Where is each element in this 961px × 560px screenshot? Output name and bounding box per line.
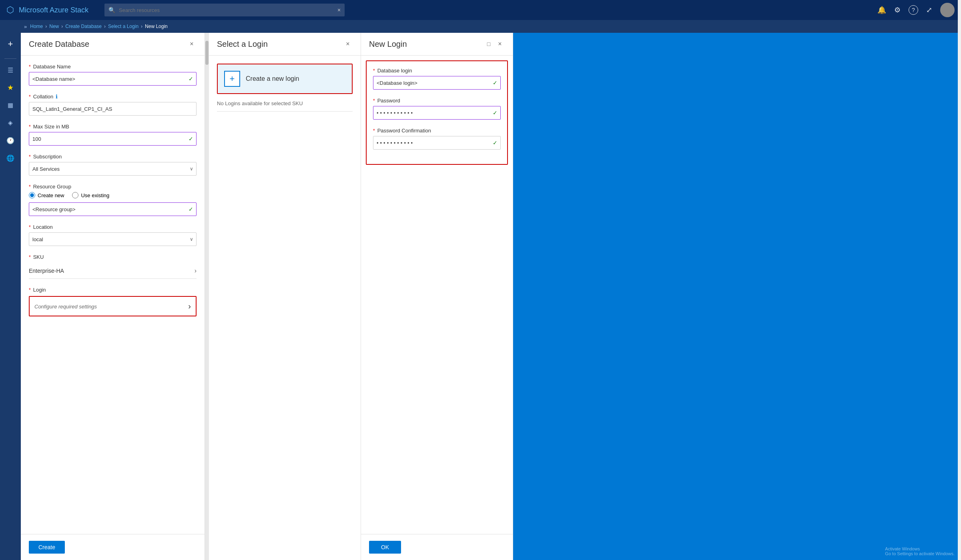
- radio-use-existing-input[interactable]: [72, 192, 78, 198]
- create-new-login-card[interactable]: + Create a new login: [217, 64, 353, 94]
- db-login-input[interactable]: [373, 76, 501, 90]
- database-name-label: * Database Name: [29, 64, 197, 70]
- help-icon[interactable]: ?: [909, 5, 918, 15]
- gear-icon[interactable]: ⚙: [894, 6, 901, 14]
- breadcrumb-new-login: New Login: [145, 24, 168, 29]
- create-database-footer: Create: [21, 534, 205, 560]
- password-check-icon: ✓: [493, 110, 498, 116]
- database-name-group: * Database Name ✓: [29, 64, 197, 86]
- subscription-select[interactable]: All Services: [29, 162, 197, 176]
- resource-group-radio-group: Create new Use existing: [29, 192, 197, 198]
- main-layout: + ☰ ★ ▦ ◈ 🕐 🌐 Create Database × *: [0, 33, 961, 560]
- sidebar-resources-icon[interactable]: ◈: [2, 115, 18, 131]
- password-confirm-label: * Password Confirmation: [373, 128, 501, 134]
- select-login-close-button[interactable]: ×: [343, 39, 353, 49]
- location-select[interactable]: local: [29, 232, 197, 246]
- collation-label: * Collation ℹ: [29, 94, 197, 100]
- feedback-icon[interactable]: ⤢: [926, 6, 932, 14]
- max-size-required: *: [29, 124, 31, 130]
- radio-create-new-input[interactable]: [29, 192, 35, 198]
- radio-create-new[interactable]: Create new: [29, 192, 64, 198]
- new-login-footer: OK: [361, 534, 513, 560]
- search-input[interactable]: [104, 4, 345, 16]
- max-size-input-wrapper: ✓: [29, 132, 197, 146]
- user-avatar[interactable]: [940, 3, 955, 17]
- max-size-group: * Max Size in MB ✓: [29, 124, 197, 146]
- login-required: *: [29, 287, 31, 293]
- rg-required: *: [29, 184, 31, 190]
- sidebar-dashboard-icon[interactable]: ▦: [2, 97, 18, 113]
- subscription-required: *: [29, 154, 31, 160]
- ok-button[interactable]: OK: [369, 541, 401, 554]
- new-login-panel-body: * Database login ✓ * Password: [361, 56, 513, 534]
- password-input[interactable]: [373, 106, 501, 120]
- panels-area: Create Database × * Database Name: [21, 33, 961, 560]
- login-configure-row[interactable]: Configure required settings ›: [29, 296, 197, 316]
- search-clear-icon[interactable]: ×: [337, 7, 341, 13]
- create-database-panel: Create Database × * Database Name: [21, 33, 205, 560]
- create-new-login-label: Create a new login: [246, 75, 299, 82]
- collation-required: *: [29, 94, 31, 100]
- select-login-title: Select a Login: [217, 40, 268, 49]
- sidebar-globe-icon[interactable]: 🌐: [2, 150, 18, 166]
- resource-group-group: * Resource Group Create new Use existing: [29, 184, 197, 216]
- radio-use-existing[interactable]: Use existing: [72, 192, 109, 198]
- sku-group: * SKU Enterprise-HA ›: [29, 254, 197, 279]
- database-name-input[interactable]: [29, 72, 197, 86]
- sku-label: * SKU: [29, 254, 197, 260]
- max-size-input[interactable]: [29, 132, 197, 146]
- new-login-maximize-icon[interactable]: □: [484, 39, 494, 49]
- breadcrumb-expand-icon[interactable]: »: [24, 24, 27, 30]
- password-required: *: [373, 98, 375, 104]
- new-login-panel-header: New Login □ ×: [361, 33, 513, 56]
- sidebar-history-icon[interactable]: 🕐: [2, 132, 18, 148]
- breadcrumb-new[interactable]: New: [49, 24, 59, 29]
- bell-icon[interactable]: 🔔: [877, 6, 886, 14]
- top-nav: ⬡ Microsoft Azure Stack 🔍 × 🔔 ⚙ ? ⤢: [0, 0, 961, 20]
- subscription-select-wrapper: All Services ∨: [29, 162, 197, 176]
- db-name-required: *: [29, 64, 31, 70]
- password-confirm-input[interactable]: [373, 136, 501, 150]
- breadcrumb-sep-1: ›: [45, 24, 47, 29]
- create-database-close-button[interactable]: ×: [187, 39, 197, 49]
- sku-chevron-icon: ›: [195, 267, 197, 274]
- password-confirm-check-icon: ✓: [493, 140, 498, 146]
- resource-group-input[interactable]: [29, 202, 197, 216]
- create-button[interactable]: Create: [29, 541, 65, 554]
- breadcrumb-sep-2: ›: [61, 24, 63, 29]
- login-row-content: Configure required settings: [34, 303, 97, 310]
- create-database-panel-header: Create Database ×: [21, 33, 205, 56]
- sku-value: Enterprise-HA: [29, 268, 64, 274]
- db-login-group: * Database login ✓: [373, 68, 501, 90]
- sidebar-add-icon[interactable]: +: [2, 36, 18, 52]
- create-database-title: Create Database: [29, 40, 89, 49]
- sidebar-divider-1: [4, 58, 16, 59]
- max-size-label: * Max Size in MB: [29, 124, 197, 130]
- subscription-label: * Subscription: [29, 154, 197, 160]
- breadcrumb-select-login[interactable]: Select a Login: [108, 24, 138, 29]
- db-login-required: *: [373, 68, 375, 74]
- new-login-title: New Login: [369, 40, 407, 49]
- breadcrumb-home[interactable]: Home: [30, 24, 43, 29]
- sidebar-menu-icon[interactable]: ☰: [2, 62, 18, 78]
- breadcrumb: » Home › New › Create Database › Select …: [0, 20, 961, 33]
- select-login-panel-body: + Create a new login No Logins available…: [209, 56, 361, 560]
- resource-group-label: * Resource Group: [29, 184, 197, 190]
- new-login-close-button[interactable]: ×: [495, 39, 505, 49]
- sidebar-favorites-icon[interactable]: ★: [2, 80, 18, 96]
- collation-group: * Collation ℹ: [29, 94, 197, 116]
- new-login-panel: New Login □ × * Database login: [361, 33, 513, 560]
- collation-input[interactable]: [29, 102, 197, 116]
- password-confirm-group: * Password Confirmation ✓: [373, 128, 501, 150]
- collation-info-icon[interactable]: ℹ: [56, 94, 58, 100]
- breadcrumb-create-db[interactable]: Create Database: [65, 24, 102, 29]
- subscription-group: * Subscription All Services ∨: [29, 154, 197, 176]
- password-confirm-input-wrapper: ✓: [373, 136, 501, 150]
- right-blue-area: Activate WindowsGo to Settings to activa…: [513, 33, 961, 560]
- database-name-input-wrapper: ✓: [29, 72, 197, 86]
- app-title: Microsoft Azure Stack: [19, 6, 88, 14]
- location-label: * Location: [29, 224, 197, 230]
- max-size-check-icon: ✓: [189, 136, 193, 142]
- location-select-wrapper: local ∨: [29, 232, 197, 246]
- sku-row[interactable]: Enterprise-HA ›: [29, 263, 197, 279]
